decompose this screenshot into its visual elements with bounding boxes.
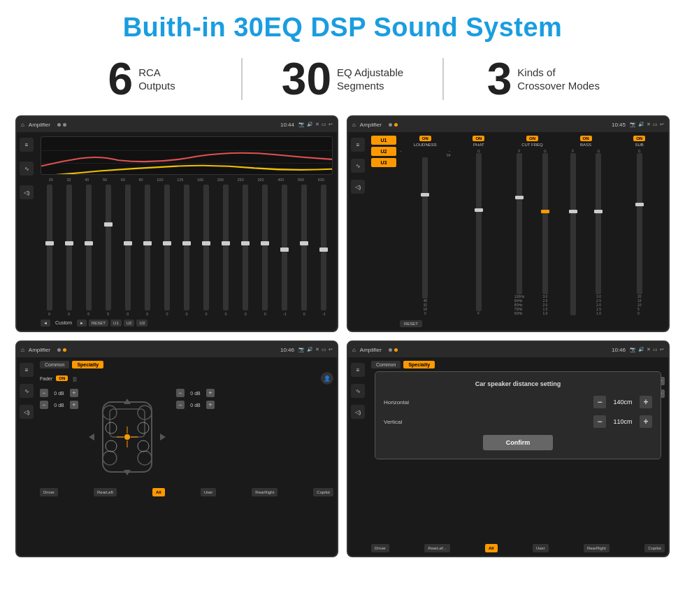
btn-driver[interactable]: Driver [40,488,58,496]
speaker-icon-4[interactable]: ◁) [351,405,365,419]
home-icon-4[interactable]: ⌂ [352,347,356,353]
vol-plus-fr[interactable]: + [206,389,215,397]
back-icon[interactable]: ↩ [329,122,333,127]
vol-row-rr: − 0 dB + [176,401,215,409]
home-icon-2[interactable]: ⌂ [352,122,356,128]
speaker-icon-2[interactable]: ◁) [351,180,365,194]
svg-point-9 [106,422,117,434]
dot6 [63,348,66,352]
vol-minus-rl[interactable]: − [40,401,48,409]
preset-u1[interactable]: U1 [371,136,396,145]
eq-track-10[interactable] [243,185,248,310]
horizontal-plus-btn[interactable]: + [640,396,652,408]
preset-u3[interactable]: U3 [371,158,396,167]
eq-track-11[interactable] [262,185,268,310]
dist-btn-rearleft[interactable]: RearLef... [424,544,449,552]
vol-row-rl: − 0 dB + [40,401,78,409]
screens-grid: ⌂ Amplifier 10:44 📷 🔊 ✕ ▭ ↩ ≡ ∿ ◁) [0,111,685,564]
vol-plus-rr[interactable]: + [206,401,215,409]
eq-slider-12: -1 [276,185,294,316]
back-icon-2[interactable]: ↩ [660,122,664,127]
eq-track-13[interactable] [301,185,307,310]
eq-track-3[interactable] [106,185,111,310]
fader-on-badge[interactable]: ON [56,375,68,381]
eq-track-5[interactable] [145,185,150,310]
btn-rearright[interactable]: RearRight [252,488,277,496]
camera-icon: 📷 [298,122,305,127]
back-icon-3[interactable]: ↩ [329,347,333,352]
home-icon-3[interactable]: ⌂ [21,347,24,353]
screen1-title: Amplifier [29,122,50,128]
speaker-icon-3[interactable]: ◁) [20,405,34,419]
eq-graph [41,136,333,175]
svg-point-6 [138,451,152,465]
eq-custom-label: Custom [52,319,75,327]
amp-reset-btn[interactable]: RESET [400,320,422,327]
vol-plus-rl[interactable]: + [70,401,78,409]
dist-btn-user[interactable]: User [533,544,549,552]
vertical-plus-btn[interactable]: + [640,415,652,428]
eq-track-14[interactable] [321,185,326,310]
eq-reset-btn[interactable]: RESET [89,320,108,327]
eq-track-8[interactable] [203,185,209,310]
vol-val-fr: 0 dB [187,391,204,396]
ch-cutfreq: ON CUT FREQ [507,136,558,147]
eq-u1-btn[interactable]: U1 [110,320,122,327]
ch-loudness-on[interactable]: ON [419,136,431,141]
dist-tab-common[interactable]: Common [371,361,401,368]
speaker-icon[interactable]: ◁) [20,185,34,199]
eq-u2-btn[interactable]: U2 [124,320,135,327]
screen4-dots [389,348,398,352]
dist-btn-all[interactable]: All [485,544,498,552]
vol-minus-rr[interactable]: − [176,401,185,409]
eq-track-1[interactable] [66,185,72,310]
dot7 [389,348,392,352]
wave-icon-2[interactable]: ∿ [351,159,365,173]
btn-rearleft[interactable]: RearLeft [94,488,117,496]
eq-play-btn[interactable]: ► [77,320,87,327]
fader-profile-btn[interactable]: 👤 [321,372,333,385]
dist-tab-specialty[interactable]: Specialty [403,361,435,368]
stat-rca-label: RCAOutputs [138,66,175,93]
dist-btn-copilot[interactable]: Copilot [644,544,665,552]
ch-phat-on[interactable]: ON [473,136,484,141]
eq-track-6[interactable] [164,185,170,310]
eq-slider-1: 0 [60,185,78,316]
ch-sub-on[interactable]: ON [633,136,645,141]
ch-cutfreq-on[interactable]: ON [526,136,538,141]
vol-minus-fl[interactable]: − [40,389,48,397]
eq-track-12[interactable] [282,185,287,310]
eq-prev-btn[interactable]: ◄ [41,320,50,327]
dist-btn-driver[interactable]: Driver [371,544,389,552]
dist-btn-rearright[interactable]: RearRight [584,544,610,552]
screen2-time: 10:45 [612,122,626,128]
eq-icon[interactable]: ≡ [20,138,34,152]
eq-track-7[interactable] [184,185,189,310]
btn-user[interactable]: User [201,488,217,496]
fader-tab-specialty[interactable]: Specialty [72,361,103,368]
vol-minus-fr[interactable]: − [176,389,185,397]
eq-track-4[interactable] [125,185,131,310]
eq-track-2[interactable] [86,185,92,310]
wave-icon-3[interactable]: ∿ [20,384,34,398]
eq-icon-2[interactable]: ≡ [351,138,365,152]
preset-u2[interactable]: U2 [371,147,396,156]
eq-track-9[interactable] [223,185,229,310]
confirm-button[interactable]: Confirm [483,435,553,450]
wave-icon-4[interactable]: ∿ [351,384,365,398]
vertical-minus-btn[interactable]: − [593,415,606,428]
ch-bass-on[interactable]: ON [580,136,592,141]
btn-all[interactable]: All [152,488,165,496]
eq-sliders-row: 0 0 0 5 0 [41,185,333,316]
btn-copilot[interactable]: Copilot [313,488,333,496]
eq-icon-4[interactable]: ≡ [351,363,365,377]
eq-track-0[interactable] [47,185,52,310]
eq-u3-btn[interactable]: U3 [136,320,147,327]
horizontal-minus-btn[interactable]: − [593,396,606,408]
wave-icon[interactable]: ∿ [20,162,34,176]
vol-plus-fl[interactable]: + [70,389,78,397]
back-icon-4[interactable]: ↩ [660,347,664,352]
eq-icon-3[interactable]: ≡ [20,363,34,377]
fader-tab-common[interactable]: Common [40,361,69,368]
home-icon[interactable]: ⌂ [21,122,24,128]
